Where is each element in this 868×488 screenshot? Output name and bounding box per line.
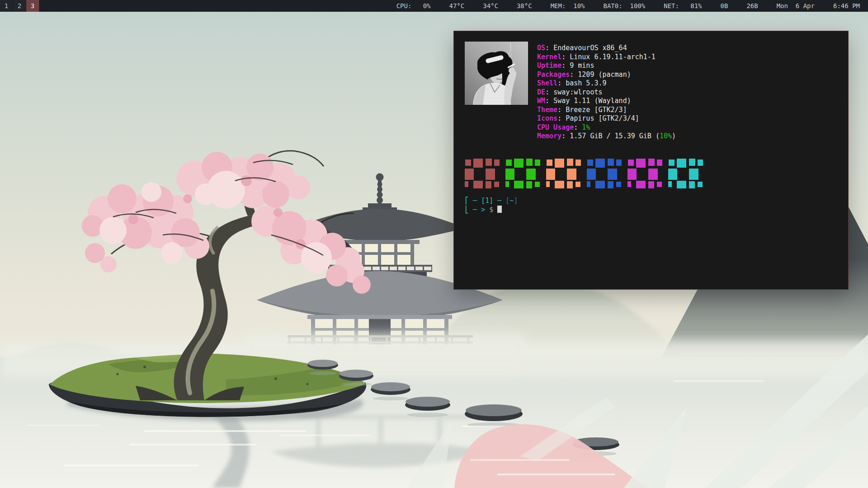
workspace-button-2[interactable]: 2 [13, 0, 26, 12]
fetch-value: sway:wlroots [553, 88, 602, 96]
prompt-segment: ⎣ ─ > [465, 206, 489, 214]
status-module: CPU: 0% [396, 2, 431, 9]
status-module: 34°C [483, 2, 498, 9]
status-module: 6:46 PM [833, 2, 860, 9]
fetch-label: DE [537, 88, 545, 96]
fetch-portrait-image [465, 42, 528, 105]
desktop: 123 CPU: 0%47°C34°C38°CMEM: 10%BAT0: 100… [0, 0, 868, 488]
prompt-segment: ─ [493, 197, 505, 205]
fetch-label: WM [537, 97, 545, 105]
fetch-output: OS: EndeavourOS x86_64Kernel: Linux 6.19… [465, 42, 837, 141]
fetch-label: Uptime [537, 61, 561, 70]
fetch-value: 9 mins [570, 61, 594, 70]
status-module: BAT0: 100% [604, 2, 646, 9]
fetch-line: Uptime: 9 mins [537, 61, 676, 70]
shell-prompt: ⎡ ─ [1] ─ [~] ⎣ ─ > $ [465, 197, 837, 215]
fetch-info: OS: EndeavourOS x86_64Kernel: Linux 6.19… [537, 44, 676, 141]
status-module: Mon 6 Apr [777, 2, 815, 9]
fetch-line: Icons: Papirus [GTK2/3/4] [537, 114, 676, 123]
fetch-label: Packages [537, 70, 570, 79]
fetch-line: Kernel: Linux 6.19.11-arch1-1 [537, 53, 676, 62]
palette-glyph-icon [668, 159, 703, 188]
fetch-line: Theme: Breeze [GTK2/3] [537, 106, 676, 115]
palette-glyph-icon [587, 159, 622, 188]
fetch-label: Memory [537, 132, 561, 140]
prompt-line-1: ⎡ ─ [1] ─ [~] [465, 197, 837, 206]
fetch-label: OS [537, 44, 545, 52]
fetch-line: DE: sway:wlroots [537, 88, 676, 97]
fetch-label: Kernel [537, 53, 561, 61]
fetch-line: CPU Usage: 1% [537, 123, 676, 132]
fetch-value: Papirus [GTK2/3/4] [566, 114, 639, 122]
fetch-line: Shell: bash 5.3.9 [537, 79, 676, 88]
fetch-value: Linux 6.19.11-arch1-1 [570, 53, 656, 61]
palette-glyph-icon [465, 159, 500, 188]
prompt-line-2: ⎣ ─ > $ [465, 206, 837, 215]
fetch-value: 1209 (pacman) [578, 70, 631, 79]
palette-glyph-icon [505, 159, 540, 188]
status-module: 47°C [449, 2, 465, 9]
fetch-value: 1% [582, 123, 590, 131]
terminal-window[interactable]: OS: EndeavourOS x86_64Kernel: Linux 6.19… [453, 31, 849, 290]
prompt-segment: [1] [481, 197, 493, 205]
fetch-value: Sway 1.11 (Wayland) [553, 97, 631, 105]
workspace-button-1[interactable]: 1 [0, 0, 13, 12]
fetch-label: Shell [537, 79, 557, 87]
status-modules: CPU: 0%47°C34°C38°CMEM: 10%BAT0: 100%NET… [396, 0, 868, 12]
terminal-color-palette [465, 159, 837, 188]
fetch-value: bash 5.3.9 [566, 79, 606, 87]
terminal-cursor [497, 206, 502, 213]
status-bar: 123 CPU: 0%47°C34°C38°CMEM: 10%BAT0: 100… [0, 0, 868, 12]
prompt-segment: ⎡ ─ [465, 197, 481, 205]
workspace-switcher: 123 [0, 0, 39, 12]
status-module: NET: 81% [664, 2, 702, 9]
prompt-segment: [ [505, 197, 509, 205]
fetch-label: CPU Usage [537, 123, 574, 131]
workspace-button-3[interactable]: 3 [26, 0, 39, 12]
status-module: MEM: 10% [551, 2, 585, 9]
status-module: 0B [721, 2, 728, 9]
prompt-segment: $ [489, 206, 497, 214]
fetch-line: WM: Sway 1.11 (Wayland) [537, 97, 676, 106]
fetch-value: Breeze [GTK2/3] [566, 106, 627, 114]
fetch-value: EndeavourOS x86_64 [553, 44, 627, 52]
palette-glyph-icon [627, 159, 662, 188]
fetch-value: 10% [660, 132, 672, 140]
status-module: 38°C [517, 2, 532, 9]
fetch-line: Packages: 1209 (pacman) [537, 70, 676, 80]
fetch-line: Memory: 1.57 GiB / 15.39 GiB (10%) [537, 132, 676, 141]
status-module: 26B [746, 2, 758, 9]
fetch-value: 1.57 GiB / 15.39 GiB ( [570, 132, 660, 140]
palette-glyph-icon [546, 159, 581, 188]
prompt-segment: ] [514, 197, 518, 205]
fetch-value: ) [672, 132, 676, 140]
fetch-line: OS: EndeavourOS x86_64 [537, 44, 676, 53]
fetch-label: Theme [537, 106, 557, 114]
fetch-label: Icons [537, 114, 557, 122]
